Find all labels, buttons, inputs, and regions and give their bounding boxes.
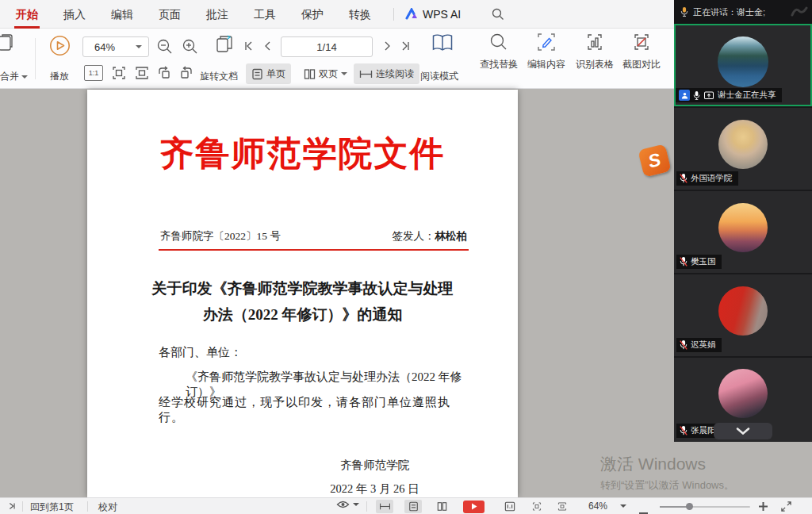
fit-width-toggle[interactable] [553, 500, 571, 513]
participant-tile[interactable]: 迟英娟 [674, 274, 812, 356]
status-bar: 回到第1页 校对 64 [0, 497, 812, 514]
continuous-read-toggle[interactable] [376, 500, 393, 513]
wps-ai-icon [405, 8, 419, 20]
mic-muted-icon [680, 173, 688, 184]
play-icon [49, 35, 71, 59]
actual-size-toggle[interactable] [501, 500, 519, 513]
menu-tab-protect[interactable]: 保护 [297, 0, 328, 29]
double-page-toggle[interactable] [433, 500, 450, 513]
chevron-down-icon[interactable] [620, 504, 626, 508]
first-page-button[interactable] [243, 40, 255, 55]
rotate-left-button[interactable] [156, 65, 172, 83]
chevron-down-icon [136, 45, 142, 48]
menu-tab-insert[interactable]: 插入 [59, 0, 90, 29]
menu-divider [393, 8, 394, 21]
play-icon [471, 503, 477, 510]
status-divider [366, 501, 367, 512]
recognize-table-button[interactable]: 识别表格 [573, 32, 617, 71]
view-options-button[interactable] [336, 500, 359, 509]
fit-page-button[interactable] [111, 65, 127, 83]
wps-ai-button[interactable]: WPS AI [405, 8, 461, 21]
fit-page-toggle[interactable] [528, 500, 546, 513]
participant-label: 谢士金正在共享 [676, 88, 782, 102]
single-page-label: 单页 [266, 67, 285, 81]
document-red-header: 齐鲁师范学院文件 [87, 131, 518, 177]
participant-name: 谢士金正在共享 [718, 90, 776, 101]
participant-label: 外国语学院 [676, 171, 738, 186]
page-indicator-input[interactable]: 1/14 [281, 36, 373, 57]
reading-mode-button[interactable]: 阅读模式 [420, 70, 458, 83]
edit-content-button[interactable]: 编辑内容 [524, 32, 569, 71]
wps-ai-label: WPS AI [423, 8, 461, 21]
find-replace-button[interactable]: 查找替换 [477, 32, 521, 71]
actual-size-button[interactable]: 1:1 [84, 65, 103, 81]
participant-tile[interactable]: 外国语学院 [674, 108, 812, 190]
meeting-sidebar: 正在讲话：谢士金; [674, 0, 812, 442]
rotate-document-button[interactable]: 旋转文档 [200, 70, 238, 83]
single-page-toggle[interactable] [404, 500, 422, 513]
autoplay-button[interactable] [463, 501, 485, 513]
menu-tab-convert[interactable]: 转换 [344, 0, 376, 29]
single-page-button[interactable]: 单页 [246, 63, 291, 84]
double-page-label: 双页 [319, 67, 338, 81]
screenshot-compare-button[interactable]: 截图对比 [619, 32, 664, 71]
fit-width-button[interactable] [134, 65, 150, 83]
rotate-right-button[interactable] [178, 65, 194, 83]
double-page-button[interactable]: 双页 [298, 63, 353, 84]
screen-share-icon [703, 91, 714, 100]
menu-tab-tools[interactable]: 工具 [249, 0, 281, 29]
participant-tile[interactable]: 樊玉国 [674, 191, 812, 273]
participant-name: 外国语学院 [691, 173, 733, 184]
zoom-in-step-button[interactable] [758, 501, 768, 514]
menu-tab-edit[interactable]: 编辑 [106, 0, 138, 29]
input-method-badge: S [638, 144, 671, 177]
issuer-name: 林松柏 [435, 230, 468, 242]
avatar [718, 120, 768, 169]
menu-search-button[interactable] [491, 7, 504, 21]
speaking-mic-icon [680, 6, 688, 17]
recognize-table-label: 识别表格 [573, 58, 617, 71]
participant-tile[interactable]: 谢士金正在共享 [674, 24, 812, 106]
menu-bar: 开始 插入 编辑 页面 批注 工具 保护 转换 WPS AI [0, 0, 676, 29]
app-window: 开始 插入 编辑 页面 批注 工具 保护 转换 WPS AI 合并 [0, 0, 812, 514]
zoom-out-step-button[interactable] [639, 505, 648, 514]
document-number: 齐鲁师院字〔2022〕15 号 [160, 229, 281, 244]
status-zoom-value[interactable]: 64% [588, 501, 607, 512]
document-number-row: 齐鲁师院字〔2022〕15 号 签发人：林松柏 [160, 229, 467, 244]
zoom-in-button[interactable] [182, 38, 198, 57]
double-page-icon [437, 501, 447, 512]
zoom-select[interactable]: 64% [82, 36, 149, 57]
menu-tab-home[interactable]: 开始 [11, 0, 43, 29]
continuous-read-button[interactable]: 连续阅读 [354, 63, 419, 84]
go-last-icon[interactable] [6, 501, 17, 514]
avatar [718, 286, 768, 336]
collapse-panel-button[interactable] [714, 423, 772, 439]
prev-page-button[interactable] [262, 40, 274, 55]
fullscreen-button[interactable] [780, 501, 792, 514]
merge-button[interactable]: 合并 [0, 70, 28, 83]
chevron-down-icon [353, 503, 359, 506]
document-page[interactable]: 齐鲁师范学院文件 齐鲁师院字〔2022〕15 号 签发人：林松柏 关于印发《齐鲁… [87, 90, 518, 497]
speaking-banner: 正在讲话：谢士金; [674, 0, 812, 24]
fit-width-icon [557, 501, 568, 512]
play-button[interactable]: 播放 [50, 70, 69, 83]
screenshot-compare-label: 截图对比 [619, 58, 664, 71]
last-page-button[interactable] [399, 40, 412, 55]
participant-label: 樊玉国 [676, 255, 722, 269]
zoom-slider-handle[interactable] [686, 503, 693, 510]
menu-tab-comment[interactable]: 批注 [201, 0, 233, 29]
merge-label: 合并 [0, 70, 19, 83]
host-icon [679, 90, 690, 101]
back-to-first-page-button[interactable]: 回到第1页 [30, 501, 74, 514]
speaking-banner-text: 正在讲话：谢士金; [693, 6, 765, 18]
screenshot-compare-icon [631, 32, 652, 52]
find-replace-label: 查找替换 [477, 58, 521, 71]
zoom-out-button[interactable] [156, 38, 173, 57]
toolbar-divider [35, 38, 36, 79]
proofread-button[interactable]: 校对 [98, 501, 117, 514]
windows-activation-watermark: 激活 Windows 转到“设置”以激活 Windows。 [600, 453, 734, 493]
menu-tab-page[interactable]: 页面 [154, 0, 186, 29]
mic-on-icon [693, 90, 700, 101]
next-page-button[interactable] [381, 40, 393, 55]
signature-org: 齐鲁师范学院 [285, 458, 464, 473]
